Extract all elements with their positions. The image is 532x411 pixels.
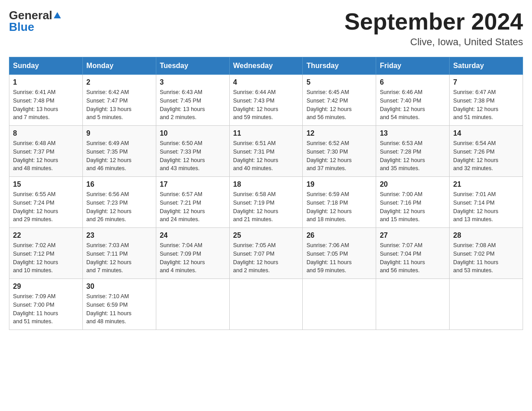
day-info: Sunrise: 6:51 AM Sunset: 7:31 PM Dayligh… xyxy=(233,139,299,173)
day-info: Sunrise: 7:07 AM Sunset: 7:04 PM Dayligh… xyxy=(380,241,446,275)
day-number: 26 xyxy=(306,231,372,240)
day-number: 4 xyxy=(233,78,299,86)
day-number: 10 xyxy=(160,129,226,137)
day-info: Sunrise: 6:43 AM Sunset: 7:45 PM Dayligh… xyxy=(160,88,226,122)
calendar-cell: 15Sunrise: 6:55 AM Sunset: 7:24 PM Dayli… xyxy=(9,177,83,228)
day-number: 27 xyxy=(380,231,446,240)
col-header-saturday: Saturday xyxy=(450,57,523,75)
col-header-wednesday: Wednesday xyxy=(229,57,303,75)
calendar-header-row: SundayMondayTuesdayWednesdayThursdayFrid… xyxy=(9,57,523,75)
calendar-cell: 1Sunrise: 6:41 AM Sunset: 7:48 PM Daylig… xyxy=(9,75,83,126)
calendar-cell: 7Sunrise: 6:47 AM Sunset: 7:38 PM Daylig… xyxy=(450,75,523,126)
day-info: Sunrise: 6:45 AM Sunset: 7:42 PM Dayligh… xyxy=(306,88,372,122)
calendar-week-row: 8Sunrise: 6:48 AM Sunset: 7:37 PM Daylig… xyxy=(9,126,523,177)
day-number: 5 xyxy=(306,78,372,86)
calendar-cell: 29Sunrise: 7:09 AM Sunset: 7:00 PM Dayli… xyxy=(9,279,83,330)
day-info: Sunrise: 6:57 AM Sunset: 7:21 PM Dayligh… xyxy=(160,190,226,224)
calendar-cell: 22Sunrise: 7:02 AM Sunset: 7:12 PM Dayli… xyxy=(9,228,83,279)
day-info: Sunrise: 6:59 AM Sunset: 7:18 PM Dayligh… xyxy=(306,190,372,224)
day-info: Sunrise: 6:44 AM Sunset: 7:43 PM Dayligh… xyxy=(233,88,299,122)
calendar-cell xyxy=(229,279,303,330)
day-info: Sunrise: 6:52 AM Sunset: 7:30 PM Dayligh… xyxy=(306,139,372,173)
calendar-cell: 10Sunrise: 6:50 AM Sunset: 7:33 PM Dayli… xyxy=(156,126,229,177)
calendar-cell: 25Sunrise: 7:05 AM Sunset: 7:07 PM Dayli… xyxy=(229,228,303,279)
day-number: 25 xyxy=(233,231,299,240)
day-number: 23 xyxy=(86,231,152,240)
day-info: Sunrise: 6:54 AM Sunset: 7:26 PM Dayligh… xyxy=(453,139,519,173)
day-info: Sunrise: 6:56 AM Sunset: 7:23 PM Dayligh… xyxy=(86,190,152,224)
day-info: Sunrise: 7:00 AM Sunset: 7:16 PM Dayligh… xyxy=(380,190,446,224)
calendar-cell: 21Sunrise: 7:01 AM Sunset: 7:14 PM Dayli… xyxy=(450,177,523,228)
calendar-cell: 13Sunrise: 6:53 AM Sunset: 7:28 PM Dayli… xyxy=(376,126,450,177)
calendar-cell: 4Sunrise: 6:44 AM Sunset: 7:43 PM Daylig… xyxy=(229,75,303,126)
calendar-cell: 20Sunrise: 7:00 AM Sunset: 7:16 PM Dayli… xyxy=(376,177,450,228)
day-info: Sunrise: 7:10 AM Sunset: 6:59 PM Dayligh… xyxy=(86,292,152,326)
page-header: General Blue September 2024 Clive, Iowa,… xyxy=(9,9,523,48)
day-number: 17 xyxy=(160,180,226,188)
day-number: 19 xyxy=(306,180,372,188)
day-info: Sunrise: 6:42 AM Sunset: 7:47 PM Dayligh… xyxy=(86,88,152,122)
calendar-cell: 9Sunrise: 6:49 AM Sunset: 7:35 PM Daylig… xyxy=(82,126,156,177)
day-info: Sunrise: 6:53 AM Sunset: 7:28 PM Dayligh… xyxy=(380,139,446,173)
day-info: Sunrise: 7:06 AM Sunset: 7:05 PM Dayligh… xyxy=(306,241,372,275)
col-header-tuesday: Tuesday xyxy=(156,57,229,75)
day-info: Sunrise: 6:47 AM Sunset: 7:38 PM Dayligh… xyxy=(453,88,519,122)
day-number: 2 xyxy=(86,78,152,86)
day-number: 13 xyxy=(380,129,446,137)
day-number: 14 xyxy=(453,129,519,137)
day-number: 18 xyxy=(233,180,299,188)
day-info: Sunrise: 6:41 AM Sunset: 7:48 PM Dayligh… xyxy=(13,88,79,122)
logo-blue: Blue xyxy=(9,20,34,34)
day-number: 30 xyxy=(86,283,152,291)
day-number: 21 xyxy=(453,180,519,188)
calendar-cell: 16Sunrise: 6:56 AM Sunset: 7:23 PM Dayli… xyxy=(82,177,156,228)
day-info: Sunrise: 6:58 AM Sunset: 7:19 PM Dayligh… xyxy=(233,190,299,224)
col-header-friday: Friday xyxy=(376,57,450,75)
calendar-cell: 6Sunrise: 6:46 AM Sunset: 7:40 PM Daylig… xyxy=(376,75,450,126)
calendar-cell: 17Sunrise: 6:57 AM Sunset: 7:21 PM Dayli… xyxy=(156,177,229,228)
calendar-cell: 8Sunrise: 6:48 AM Sunset: 7:37 PM Daylig… xyxy=(9,126,83,177)
day-number: 6 xyxy=(380,78,446,86)
calendar-week-row: 22Sunrise: 7:02 AM Sunset: 7:12 PM Dayli… xyxy=(9,228,523,279)
calendar-cell: 12Sunrise: 6:52 AM Sunset: 7:30 PM Dayli… xyxy=(303,126,376,177)
calendar-cell xyxy=(156,279,229,330)
calendar-cell xyxy=(450,279,523,330)
calendar-cell: 18Sunrise: 6:58 AM Sunset: 7:19 PM Dayli… xyxy=(229,177,303,228)
calendar-cell: 24Sunrise: 7:04 AM Sunset: 7:09 PM Dayli… xyxy=(156,228,229,279)
day-number: 28 xyxy=(453,231,519,240)
location-title: Clive, Iowa, United States xyxy=(344,36,523,48)
day-number: 11 xyxy=(233,129,299,137)
day-number: 15 xyxy=(13,180,79,188)
day-number: 7 xyxy=(453,78,519,86)
calendar-cell: 28Sunrise: 7:08 AM Sunset: 7:02 PM Dayli… xyxy=(450,228,523,279)
calendar-cell: 3Sunrise: 6:43 AM Sunset: 7:45 PM Daylig… xyxy=(156,75,229,126)
day-info: Sunrise: 7:09 AM Sunset: 7:00 PM Dayligh… xyxy=(13,292,79,326)
day-info: Sunrise: 7:02 AM Sunset: 7:12 PM Dayligh… xyxy=(13,241,79,275)
day-number: 3 xyxy=(160,78,226,86)
logo: General Blue xyxy=(9,9,61,34)
day-number: 1 xyxy=(13,78,79,86)
calendar-cell: 5Sunrise: 6:45 AM Sunset: 7:42 PM Daylig… xyxy=(303,75,376,126)
calendar-week-row: 15Sunrise: 6:55 AM Sunset: 7:24 PM Dayli… xyxy=(9,177,523,228)
calendar-cell: 30Sunrise: 7:10 AM Sunset: 6:59 PM Dayli… xyxy=(82,279,156,330)
day-number: 9 xyxy=(86,129,152,137)
day-number: 20 xyxy=(380,180,446,188)
calendar-week-row: 1Sunrise: 6:41 AM Sunset: 7:48 PM Daylig… xyxy=(9,75,523,126)
day-info: Sunrise: 7:05 AM Sunset: 7:07 PM Dayligh… xyxy=(233,241,299,275)
calendar-table: SundayMondayTuesdayWednesdayThursdayFrid… xyxy=(9,57,523,330)
day-number: 12 xyxy=(306,129,372,137)
day-number: 29 xyxy=(13,283,79,291)
day-info: Sunrise: 7:08 AM Sunset: 7:02 PM Dayligh… xyxy=(453,241,519,275)
day-number: 16 xyxy=(86,180,152,188)
month-title: September 2024 xyxy=(344,9,523,34)
day-info: Sunrise: 6:50 AM Sunset: 7:33 PM Dayligh… xyxy=(160,139,226,173)
title-area: September 2024 Clive, Iowa, United State… xyxy=(344,9,523,48)
calendar-cell: 2Sunrise: 6:42 AM Sunset: 7:47 PM Daylig… xyxy=(82,75,156,126)
calendar-cell: 27Sunrise: 7:07 AM Sunset: 7:04 PM Dayli… xyxy=(376,228,450,279)
calendar-cell: 11Sunrise: 6:51 AM Sunset: 7:31 PM Dayli… xyxy=(229,126,303,177)
day-info: Sunrise: 7:03 AM Sunset: 7:11 PM Dayligh… xyxy=(86,241,152,275)
day-info: Sunrise: 6:49 AM Sunset: 7:35 PM Dayligh… xyxy=(86,139,152,173)
calendar-week-row: 29Sunrise: 7:09 AM Sunset: 7:00 PM Dayli… xyxy=(9,279,523,330)
calendar-cell: 26Sunrise: 7:06 AM Sunset: 7:05 PM Dayli… xyxy=(303,228,376,279)
day-info: Sunrise: 6:55 AM Sunset: 7:24 PM Dayligh… xyxy=(13,190,79,224)
